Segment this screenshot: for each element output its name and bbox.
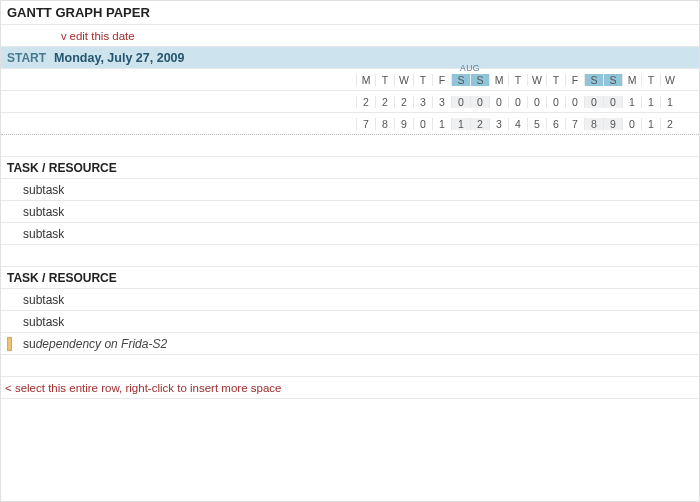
task-header-label: TASK / RESOURCE	[1, 161, 356, 175]
subtask-prefix: su	[23, 337, 36, 351]
insert-hint-row[interactable]: < select this entire row, right-click to…	[1, 377, 699, 399]
task-header-2[interactable]: TASK / RESOURCE	[1, 267, 699, 289]
day-digits-top-row: 22233000000000111	[1, 91, 699, 113]
day-cell[interactable]: W	[527, 74, 546, 86]
title-row: GANTT GRAPH PAPER	[1, 1, 699, 25]
day-cell[interactable]: 9	[394, 118, 413, 130]
day-cell[interactable]: S	[470, 74, 489, 86]
day-cell[interactable]: M	[356, 74, 375, 86]
day-cell[interactable]: 2	[394, 96, 413, 108]
subtask-label: subtask	[23, 183, 64, 197]
day-cell[interactable]: 2	[356, 96, 375, 108]
day-cell[interactable]: F	[432, 74, 451, 86]
day-cell[interactable]: 0	[413, 118, 432, 130]
day-cell[interactable]: W	[660, 74, 679, 86]
spacer	[1, 355, 699, 377]
task-header-label: TASK / RESOURCE	[1, 271, 356, 285]
task-row[interactable]: subtask	[1, 179, 699, 201]
gantt-sheet: GANTT GRAPH PAPER v edit this date START…	[1, 1, 699, 501]
day-cell[interactable]: 1	[451, 118, 470, 130]
day-cell[interactable]: F	[565, 74, 584, 86]
day-cell[interactable]: M	[489, 74, 508, 86]
day-cell[interactable]: T	[375, 74, 394, 86]
start-row: START Monday, July 27, 2009 AUG	[1, 47, 699, 69]
task-header-1[interactable]: TASK / RESOURCE	[1, 157, 699, 179]
day-cell[interactable]: T	[413, 74, 432, 86]
day-letters: MTWTFSSMTWTFSSMTW	[356, 74, 699, 86]
day-digits-top: 22233000000000111	[356, 96, 699, 108]
insert-hint: < select this entire row, right-click to…	[1, 382, 356, 394]
day-cell[interactable]: S	[451, 74, 470, 86]
spacer	[1, 135, 699, 157]
day-cell[interactable]: 5	[527, 118, 546, 130]
day-cell[interactable]: 1	[660, 96, 679, 108]
day-cell[interactable]: 0	[603, 96, 622, 108]
day-cell[interactable]: 3	[489, 118, 508, 130]
day-cell[interactable]: 4	[508, 118, 527, 130]
edit-date-hint: edit this date	[70, 30, 135, 42]
day-cell[interactable]: 9	[603, 118, 622, 130]
day-cell[interactable]: 8	[375, 118, 394, 130]
day-cell[interactable]: 7	[356, 118, 375, 130]
subtask-label: subtask	[23, 315, 64, 329]
day-cell[interactable]: 1	[622, 96, 641, 108]
edit-date-row[interactable]: v edit this date	[1, 25, 699, 47]
day-letters-row: MTWTFSSMTWTFSSMTW	[1, 69, 699, 91]
day-cell[interactable]: S	[584, 74, 603, 86]
day-cell[interactable]: S	[603, 74, 622, 86]
day-cell[interactable]: 0	[584, 96, 603, 108]
day-cell[interactable]: 2	[375, 96, 394, 108]
day-cell[interactable]: 0	[622, 118, 641, 130]
day-cell[interactable]: 6	[546, 118, 565, 130]
day-cell[interactable]: 7	[565, 118, 584, 130]
day-cell[interactable]: 0	[470, 96, 489, 108]
task-row[interactable]: su dependency on Frida-S2	[1, 333, 699, 355]
task-row[interactable]: subtask	[1, 289, 699, 311]
day-digits-bot-row: 78901123456789012	[1, 113, 699, 135]
day-cell[interactable]: 0	[451, 96, 470, 108]
day-cell[interactable]: 1	[641, 96, 660, 108]
day-cell[interactable]: T	[508, 74, 527, 86]
day-cell[interactable]: 0	[565, 96, 584, 108]
day-cell[interactable]: 2	[470, 118, 489, 130]
day-digits-bot: 78901123456789012	[356, 118, 699, 130]
day-cell[interactable]: 8	[584, 118, 603, 130]
day-cell[interactable]: 3	[413, 96, 432, 108]
day-cell[interactable]: T	[546, 74, 565, 86]
start-label: START	[7, 51, 46, 65]
chevron-down-icon: v	[61, 30, 67, 42]
day-cell[interactable]: 0	[546, 96, 565, 108]
subtask-label: subtask	[23, 205, 64, 219]
task-row[interactable]: subtask	[1, 201, 699, 223]
task-row[interactable]: subtask	[1, 223, 699, 245]
day-cell[interactable]: 1	[641, 118, 660, 130]
day-cell[interactable]: 0	[508, 96, 527, 108]
day-cell[interactable]: 3	[432, 96, 451, 108]
subtask-label: subtask	[23, 293, 64, 307]
month-label: AUG	[451, 63, 489, 73]
subtask-label: subtask	[23, 227, 64, 241]
day-cell[interactable]: 0	[489, 96, 508, 108]
day-cell[interactable]: 1	[432, 118, 451, 130]
day-cell[interactable]: T	[641, 74, 660, 86]
spacer	[1, 245, 699, 267]
day-cell[interactable]: W	[394, 74, 413, 86]
dependency-text: dependency on Frida-S2	[36, 337, 167, 351]
day-cell[interactable]: 0	[527, 96, 546, 108]
page-title: GANTT GRAPH PAPER	[1, 5, 356, 20]
dependency-marker-icon	[7, 337, 12, 351]
day-cell[interactable]: 2	[660, 118, 679, 130]
start-date[interactable]: Monday, July 27, 2009	[54, 51, 184, 65]
day-cell[interactable]: M	[622, 74, 641, 86]
task-row[interactable]: subtask	[1, 311, 699, 333]
